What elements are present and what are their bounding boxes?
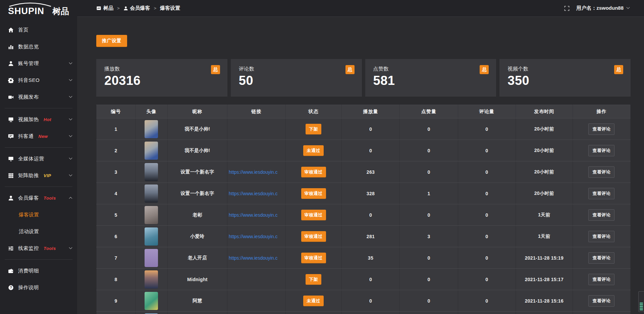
table-row: 5 老彬 https://www.iesdouyin.c 审核通过 0 0 0 … bbox=[97, 204, 631, 226]
view-comments-button[interactable]: 查看评论 bbox=[588, 252, 614, 264]
sidebar-item-video-heat[interactable]: 视频加热 Hot bbox=[0, 111, 77, 128]
sidebar-item-matrix-boost[interactable]: 矩阵助推 VIP bbox=[0, 167, 77, 184]
view-comments-button[interactable]: 查看评论 bbox=[588, 145, 614, 156]
brand-logo[interactable]: SHUPIN 树品 bbox=[0, 0, 77, 17]
video-link[interactable]: https://www.iesdouyin.c bbox=[227, 169, 285, 175]
chevron-down-icon bbox=[69, 173, 72, 176]
stat-label: 视频个数 bbox=[507, 66, 623, 72]
sidebar-item-instructions[interactable]: ? 操作说明 bbox=[0, 279, 77, 296]
logo-text-cn: 树品 bbox=[52, 6, 69, 16]
sidebar-subitem-activity-settings[interactable]: 活动设置 bbox=[0, 223, 77, 240]
sidebar-item-label: 操作说明 bbox=[18, 284, 39, 291]
sidebar-item-video-publish[interactable]: 视频发布 bbox=[0, 89, 77, 105]
col-status: 状态 bbox=[285, 105, 341, 118]
video-link[interactable]: https://www.iesdouyin.c bbox=[227, 255, 285, 261]
menu-badge-vip: VIP bbox=[44, 173, 51, 178]
row-id: 8 bbox=[115, 277, 117, 282]
view-comments-button[interactable]: 查看评论 bbox=[588, 166, 614, 178]
sidebar-item-clue-monitor[interactable]: 线索监控 Tools bbox=[0, 240, 77, 257]
menu-badge-tools: Tools bbox=[44, 246, 56, 251]
divider bbox=[5, 108, 72, 108]
promo-settings-button[interactable]: 推广设置 bbox=[96, 35, 127, 47]
avatar bbox=[145, 270, 158, 289]
sidebar-item-label: 会员爆客 bbox=[18, 195, 39, 201]
video-table: 编号 头像 昵称 链接 状态 播放量 点赞量 评论量 发布时间 操作 1 bbox=[96, 105, 631, 314]
plays-count: 0 bbox=[369, 212, 372, 218]
sidebar-item-label: 全媒体运营 bbox=[18, 156, 44, 162]
likes-count: 1 bbox=[427, 191, 430, 196]
likes-count: 0 bbox=[427, 126, 430, 132]
status-badge[interactable]: 下架 bbox=[306, 274, 321, 285]
col-link: 链接 bbox=[227, 105, 286, 118]
wallet-icon bbox=[8, 268, 14, 274]
sidebar-item-home[interactable]: 首页 bbox=[0, 21, 77, 38]
home-icon bbox=[8, 27, 14, 33]
stat-value: 20316 bbox=[104, 73, 219, 88]
sidebar-subitem-baoke-settings[interactable]: 爆客设置 bbox=[0, 206, 77, 223]
total-badge: 总 bbox=[211, 65, 220, 74]
sidebar-item-account[interactable]: 账号管理 bbox=[0, 55, 77, 72]
comments-count: 0 bbox=[485, 255, 488, 261]
video-link[interactable]: https://www.iesdouyin.c bbox=[227, 234, 285, 239]
plays-count: 0 bbox=[369, 126, 372, 132]
video-link[interactable]: https://www.iesdouyin.c bbox=[227, 191, 285, 196]
breadcrumb-item-root[interactable]: 树品 bbox=[96, 5, 113, 11]
sidebar-item-label: 视频发布 bbox=[18, 94, 39, 100]
publish-time: 1天前 bbox=[538, 212, 550, 217]
menu-badge-tools: Tools bbox=[44, 196, 56, 201]
chart-icon bbox=[8, 44, 14, 50]
avatar bbox=[145, 185, 158, 203]
total-badge: 总 bbox=[480, 65, 489, 74]
publish-time: 20小时前 bbox=[534, 148, 554, 153]
sidebar-item-label: 消费明细 bbox=[18, 268, 39, 274]
view-comments-button[interactable]: 查看评论 bbox=[588, 188, 614, 199]
sidebar-item-douketong[interactable]: 抖客通 New bbox=[0, 128, 77, 145]
comments-count: 0 bbox=[485, 234, 488, 239]
row-id: 9 bbox=[115, 298, 117, 304]
user-menu[interactable]: 用户名：zswodun88 bbox=[576, 5, 629, 11]
table-row: 8 Midnight 下架 0 0 0 2021-11-28 15:17 查看评… bbox=[97, 269, 631, 290]
sidebar-menu: 首页 数据总览 账号管理 抖音SEO 视频发布 视频加热 Hot bbox=[0, 17, 77, 296]
view-comments-button[interactable]: 查看评论 bbox=[588, 274, 614, 285]
divider bbox=[5, 259, 72, 260]
publish-time: 20小时前 bbox=[534, 126, 554, 132]
table-row: 4 设置一个新名字 https://www.iesdouyin.c 审核通过 3… bbox=[97, 183, 631, 204]
menu-badge-hot: Hot bbox=[44, 117, 51, 122]
view-comments-button[interactable]: 查看评论 bbox=[588, 123, 614, 135]
comment-icon bbox=[8, 134, 14, 139]
col-action: 操作 bbox=[573, 105, 630, 118]
view-comments-button[interactable]: 查看评论 bbox=[588, 209, 614, 221]
status-badge[interactable]: 未通过 bbox=[303, 145, 324, 156]
likes-count: 0 bbox=[427, 277, 430, 282]
sidebar-item-label: 账号管理 bbox=[18, 60, 39, 67]
view-comments-button[interactable]: 查看评论 bbox=[588, 231, 614, 242]
col-avatar: 头像 bbox=[136, 105, 168, 118]
sidebar-item-member-baoke[interactable]: 会员爆客 Tools bbox=[0, 190, 77, 206]
status-badge[interactable]: 审核通过 bbox=[301, 167, 326, 177]
question-icon: ? bbox=[8, 285, 14, 291]
sidebar-item-douyin-seo[interactable]: 抖音SEO bbox=[0, 72, 77, 89]
sidebar: SHUPIN 树品 首页 数据总览 账号管理 抖音SEO 视频发布 bbox=[0, 0, 77, 314]
likes-count: 0 bbox=[427, 169, 430, 175]
view-comments-button[interactable]: 查看评论 bbox=[588, 295, 614, 307]
table-row: 1 我不是小帅! 下架 0 0 0 20小时前 查看评论 bbox=[97, 118, 631, 140]
breadcrumb-item-member[interactable]: 会员爆客 bbox=[123, 5, 150, 11]
comments-count: 0 bbox=[485, 277, 488, 282]
fullscreen-icon[interactable] bbox=[564, 6, 570, 11]
status-badge[interactable]: 审核通过 bbox=[301, 253, 326, 263]
sidebar-item-omnimedia[interactable]: 全媒体运营 bbox=[0, 150, 77, 167]
publish-time: 1天前 bbox=[538, 233, 550, 239]
scroll-helper-widget[interactable] bbox=[638, 291, 644, 312]
sidebar-item-label: 视频加热 bbox=[18, 116, 39, 123]
plays-count: 35 bbox=[368, 255, 373, 261]
status-badge[interactable]: 审核通过 bbox=[301, 231, 326, 242]
plays-count: 281 bbox=[367, 234, 375, 239]
status-badge[interactable]: 审核通过 bbox=[301, 210, 326, 220]
sidebar-item-data-overview[interactable]: 数据总览 bbox=[0, 38, 77, 55]
video-link[interactable]: https://www.iesdouyin.c bbox=[227, 212, 285, 218]
status-badge[interactable]: 审核通过 bbox=[301, 188, 326, 199]
status-badge[interactable]: 下架 bbox=[306, 124, 321, 135]
status-badge[interactable]: 未通过 bbox=[303, 296, 324, 306]
breadcrumb: 树品 > 会员爆客 > 爆客设置 bbox=[96, 5, 180, 11]
sidebar-item-consumption-detail[interactable]: 消费明细 bbox=[0, 262, 77, 279]
